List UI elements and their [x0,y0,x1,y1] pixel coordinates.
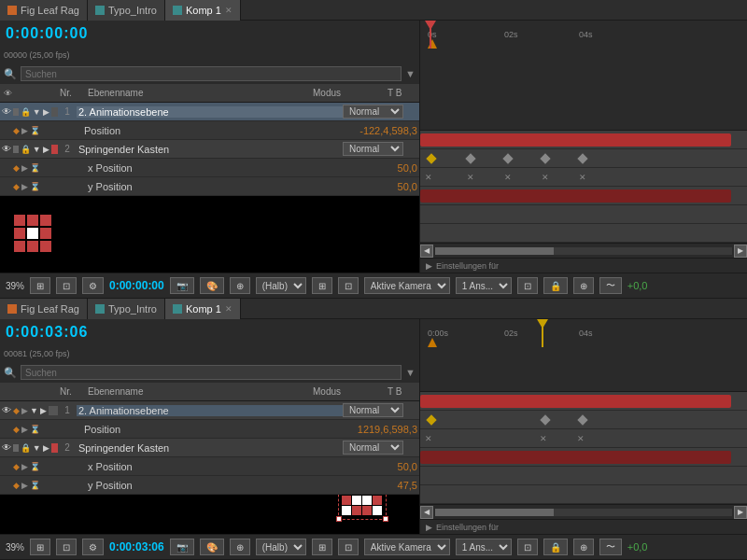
close-icon[interactable]: ✕ [225,6,233,15]
bottom-exp-xpos[interactable]: ▶ [21,462,28,471]
expand-btn-top[interactable]: ⊡ [517,277,538,294]
layer-2-name[interactable]: Springender Kasten [77,144,343,155]
info-btn-bottom[interactable]: ⊡ [338,539,359,555]
scroll-left-bottom[interactable]: ◀ [420,506,433,519]
fit-btn-top[interactable]: ⊞ [30,277,50,294]
layer-1-modus-select[interactable]: Normal [343,105,403,119]
layer-row-1[interactable]: 👁 🔒 ▼ ▶ 1 2. Animationsebene Normal [0,103,419,121]
green-value-bottom[interactable]: +0,0 [627,541,648,553]
bottom-layer-1-modus-select[interactable]: Normal [343,403,403,417]
keyframe-icon-pos1[interactable]: ◆ [13,126,20,135]
keyframe-icon-ypos[interactable]: ◆ [13,182,20,191]
bottom-ypos-value[interactable]: 47,5 [398,480,417,491]
bottom-exp-ypos[interactable]: ▶ [21,481,28,490]
view-select-top[interactable]: Aktive Kamera [364,277,450,294]
misc-btn-top[interactable]: ⊕ [230,277,250,294]
fit-btn-bottom[interactable]: ⊞ [30,539,50,555]
lock-btn-top[interactable]: 🔒 [543,277,568,294]
zoom-level-bottom[interactable]: 39% [6,542,24,553]
color-btn-bottom[interactable]: 🎨 [200,539,224,555]
misc-btn-bottom[interactable]: ⊕ [230,539,250,555]
bottom-tab-komp[interactable]: Komp 1 ✕ [165,299,241,319]
position-value-1[interactable]: -122,4,598,3 [359,125,417,136]
keyframe-icon-xpos[interactable]: ◆ [13,163,20,173]
tab-fig-leaf-rag[interactable]: Fig Leaf Rag [0,0,88,21]
chevron-down-icon[interactable]: ▼ [405,68,416,79]
bottom-lock-icon-2[interactable]: 🔒 [21,443,31,453]
bottom-pos-value[interactable]: 1219,6,598,3 [358,424,417,435]
collapse-icon-2[interactable]: ▼ [33,145,41,154]
lock-icon-1[interactable]: 🔒 [21,107,31,117]
tab-typo-intro[interactable]: Typo_Intro [88,0,165,21]
top-settings-bar[interactable]: ▶ Einstellungen für [420,258,747,273]
quality-select-bottom[interactable]: (Halb) [256,539,306,555]
bottom-layer-1-name[interactable]: 2. Animationsebene [77,405,343,416]
zoom-level-top[interactable]: 39% [6,281,24,291]
settings-btn-bottom[interactable]: ⚙ [82,539,104,555]
zoom-fit-btn-top[interactable]: ⊡ [56,277,77,294]
camera-btn-bottom[interactable]: 📷 [170,539,194,555]
expand-icon-pos1[interactable]: ▶ [21,126,28,135]
tab-komp-1[interactable]: Komp 1 ✕ [165,0,241,21]
scroll-right-top[interactable]: ▶ [734,245,747,258]
top-scroll-track[interactable] [435,247,732,255]
bottom-time-counter[interactable]: 0:00:03:06 [6,324,88,341]
bottom-close-icon[interactable]: ✕ [225,304,233,314]
time-code-bottom[interactable]: 0:00:03:06 [109,540,164,553]
solo-icon-2[interactable] [13,146,19,153]
eye-icon-2[interactable]: 👁 [2,144,11,154]
color-btn-top[interactable]: 🎨 [200,277,224,294]
bottom-layer-row-1[interactable]: 👁 ◆ ▶ ▼ ▶ 1 2. Animationsebene Normal [0,401,419,420]
lock-btn-bottom[interactable]: 🔒 [543,539,568,555]
info-btn-top[interactable]: ⊡ [338,277,359,294]
scroll-right-bottom[interactable]: ▶ [734,506,747,519]
bottom-tab-typo[interactable]: Typo_Intro [88,299,165,319]
bottom-layer-2-modus-select[interactable]: Normal [343,441,403,455]
motion-btn-top[interactable]: 〜 [599,277,622,294]
grid-btn-top[interactable]: ⊞ [312,277,332,294]
layer-row-2[interactable]: 👁 🔒 ▼ ▶ 2 Springender Kasten Normal [0,140,419,159]
bottom-kf-xpos[interactable]: ◆ [13,462,20,471]
top-time-counter[interactable]: 0:00:00:00 [6,25,88,42]
bottom-tab-fig[interactable]: Fig Leaf Rag [0,299,88,319]
solo-icon-1[interactable] [13,108,19,116]
motion-btn-bottom[interactable]: 〜 [599,539,622,555]
bottom-chevron-down-icon[interactable]: ▼ [405,367,416,378]
bottom-xpos-value[interactable]: 50,0 [398,461,417,472]
xpos-value[interactable]: 50,0 [398,162,417,174]
layers-btn-bottom[interactable]: ⊕ [573,539,594,555]
bottom-exp-pos[interactable]: ▶ [21,425,28,434]
layers-btn-top[interactable]: ⊕ [573,277,594,294]
bottom-kf-pos[interactable]: ◆ [13,425,20,434]
view-select-bottom[interactable]: Aktive Kamera [364,539,450,555]
time-code-top[interactable]: 0:00:00:00 [109,279,164,292]
bottom-layer-2-name[interactable]: Springender Kasten [77,442,343,454]
bottom-search-input[interactable] [21,365,402,380]
eye-icon-1[interactable]: 👁 [2,106,11,117]
zoom-fit-btn-bottom[interactable]: ⊡ [56,539,77,555]
bottom-kf-ypos[interactable]: ◆ [13,481,20,490]
bottom-expand-icon[interactable]: ▶ [21,406,28,415]
expand-btn-bottom[interactable]: ⊡ [517,539,538,555]
expand-icon-ypos[interactable]: ▶ [21,182,28,191]
bottom-eye-icon-2[interactable]: 👁 [2,442,11,453]
layer-1-name[interactable]: 2. Animationsebene [77,106,343,118]
grid-btn-bottom[interactable]: ⊞ [312,539,332,555]
ypos-value[interactable]: 50,0 [398,181,417,192]
settings-btn-top[interactable]: ⚙ [82,277,104,294]
channels-select-bottom[interactable]: 1 Ans... [456,539,512,555]
bottom-collapse-icon-1[interactable]: ▼ [30,406,38,415]
bottom-keyframe-icon[interactable]: ◆ [13,406,20,415]
lock-icon-2[interactable]: 🔒 [21,145,31,154]
bottom-eye-icon-1[interactable]: 👁 [2,405,11,415]
scroll-left-top[interactable]: ◀ [420,245,433,258]
bottom-scroll-track[interactable] [435,509,732,516]
bottom-collapse-icon-2[interactable]: ▼ [33,443,41,453]
green-value-top[interactable]: +0,0 [627,280,648,291]
camera-btn-top[interactable]: 📷 [170,277,194,294]
bottom-settings-bar[interactable]: ▶ Einstellungen für [420,519,747,534]
bottom-solo-icon-2[interactable] [13,444,19,452]
channels-select-top[interactable]: 1 Ans... [456,277,512,294]
quality-select-top[interactable]: (Halb) [256,277,306,294]
layer-2-modus-select[interactable]: Normal [343,142,403,156]
